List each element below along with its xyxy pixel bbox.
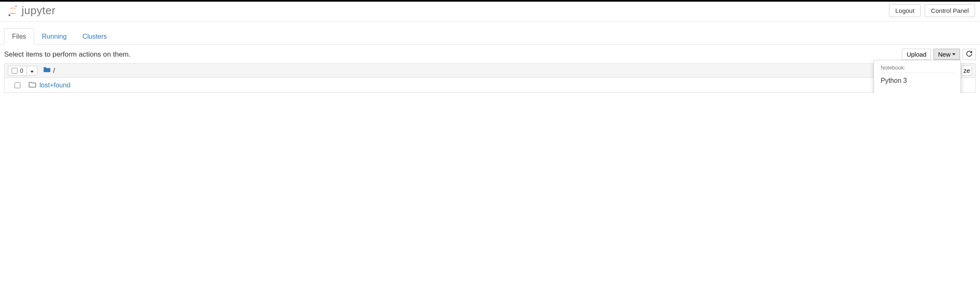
list-body: lost+found [4, 78, 976, 93]
new-button-label: New [938, 51, 950, 58]
header: jupyter Logout Control Panel [0, 2, 980, 22]
select-all-dropdown[interactable] [27, 66, 37, 75]
upload-button[interactable]: Upload [902, 49, 931, 60]
logout-button[interactable]: Logout [889, 4, 921, 17]
tab-running[interactable]: Running [34, 28, 75, 45]
list-item: lost+found [5, 78, 975, 92]
tabs: Files Running Clusters [0, 22, 980, 45]
row-link[interactable]: lost+found [39, 82, 70, 89]
header-buttons: Logout Control Panel [889, 4, 975, 17]
divider [881, 72, 954, 73]
file-list: 0 / Name ↓ ze lo [0, 63, 980, 93]
action-hint: Select items to perform actions on them. [4, 50, 131, 59]
row-checkbox[interactable] [15, 82, 20, 88]
brand-text: jupyter [22, 4, 56, 17]
refresh-icon [966, 51, 972, 57]
caret-down-icon [30, 71, 34, 73]
svg-point-0 [15, 5, 17, 7]
toolbar-right: Upload New Notebook: Python 3 Other: Tex… [902, 49, 976, 60]
jupyter-logo[interactable]: jupyter [5, 4, 56, 17]
selected-count: 0 [20, 67, 23, 74]
breadcrumb-root[interactable]: / [53, 67, 55, 75]
breadcrumb: / [43, 66, 55, 75]
jupyter-icon [7, 5, 19, 17]
sort-size-button[interactable]: ze [961, 65, 972, 76]
new-button[interactable]: New [933, 49, 960, 60]
dropdown-section-notebook: Notebook: [874, 62, 960, 72]
dropdown-section-other: Other: [874, 89, 960, 93]
refresh-button[interactable] [963, 49, 976, 60]
new-dropdown: Notebook: Python 3 Other: Text File Fold… [874, 60, 961, 93]
sort-size-fragment: ze [963, 67, 970, 74]
new-python3[interactable]: Python 3 [874, 74, 960, 87]
svg-point-1 [9, 14, 11, 16]
folder-icon[interactable] [43, 66, 51, 75]
folder-outline-icon [29, 81, 36, 89]
select-all-checkbox-wrap[interactable]: 0 [8, 66, 27, 75]
select-all-checkbox[interactable] [12, 68, 17, 74]
tab-files[interactable]: Files [4, 28, 34, 45]
caret-down-icon [952, 53, 955, 55]
select-all-group: 0 [8, 66, 37, 76]
control-panel-button[interactable]: Control Panel [925, 4, 975, 17]
toolbar: Select items to perform actions on them.… [0, 45, 980, 63]
tab-clusters[interactable]: Clusters [74, 28, 115, 45]
list-header: 0 / Name ↓ ze [4, 63, 976, 78]
